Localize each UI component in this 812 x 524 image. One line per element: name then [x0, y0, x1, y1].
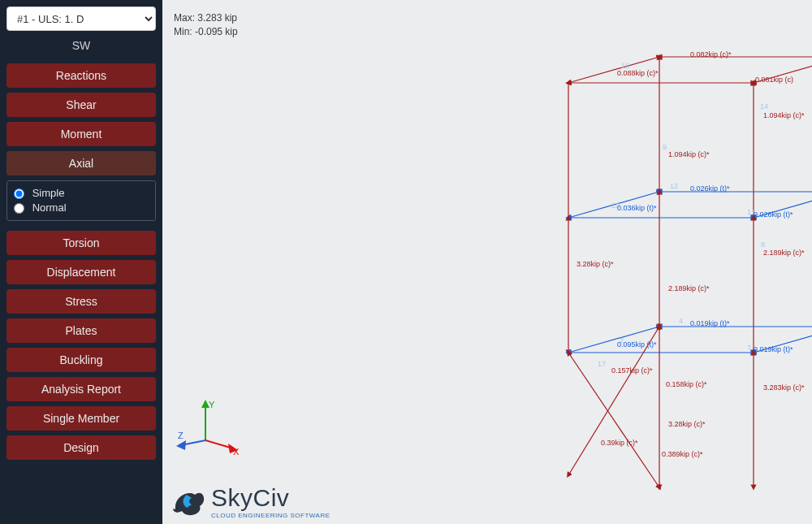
result-stats: Max: 3.283 kip Min: -0.095 kip: [174, 11, 238, 39]
force-label: 0.019kip (t)*: [690, 319, 730, 327]
structure-model: 16 14 12 9 12 10 11 13 8 4 2 7 5 4 17 21…: [374, 24, 804, 512]
force-label: 0.158kip (c)*: [666, 380, 707, 388]
force-label: 0.026kip (t)*: [690, 184, 730, 193]
buckling-button[interactable]: Buckling: [6, 348, 156, 372]
skyciv-logo: SkyCiv CLOUD ENGINEERING SOFTWARE: [171, 484, 330, 519]
force-label: 0.081kip (c): [755, 76, 793, 84]
svg-marker-32: [176, 440, 186, 450]
max-value: Max: 3.283 kip: [174, 11, 238, 25]
sw-label: SW: [6, 39, 156, 52]
force-label: 2.189kip (c)*: [668, 284, 710, 292]
load-case-dropdown[interactable]: #1 - ULS: 1. D: [6, 6, 156, 31]
radio-simple[interactable]: Simple: [14, 186, 149, 201]
svg-text:Y: Y: [209, 400, 215, 409]
logo-title: SkyCiv: [211, 484, 330, 512]
force-label: 2.189kip (c)*: [763, 249, 805, 257]
min-value: Min: -0.095 kip: [174, 25, 238, 39]
force-label: 0.082kip (c)*: [690, 50, 732, 58]
force-label: 0.036kip (t)*: [617, 204, 657, 212]
single-member-button[interactable]: Single Member: [6, 406, 156, 431]
viewport-3d[interactable]: Max: 3.283 kip Min: -0.095 kip: [162, 0, 812, 524]
force-label: 0.019kip (t)*: [754, 345, 793, 353]
radio-normal[interactable]: Normal: [14, 201, 149, 215]
logo-subtitle: CLOUD ENGINEERING SOFTWARE: [211, 512, 330, 519]
force-label: 3.283kip (c)*: [763, 383, 805, 392]
stress-button[interactable]: Stress: [6, 289, 156, 314]
radio-simple-input[interactable]: [14, 188, 24, 199]
force-label: 3.28kip (c)*: [668, 420, 706, 428]
svg-text:Z: Z: [178, 431, 184, 440]
design-button[interactable]: Design: [6, 435, 156, 460]
reactions-button[interactable]: Reactions: [6, 63, 156, 88]
force-label: 0.026kip (t)*: [754, 210, 793, 219]
force-label: 3.28kip (c)*: [577, 260, 614, 268]
force-label: 0.088kip (c)*: [617, 69, 659, 77]
moment-button[interactable]: Moment: [6, 122, 156, 146]
force-label: 1.094kip (c)*: [763, 111, 805, 119]
force-label: 0.157kip (c)*: [611, 366, 653, 375]
plates-button[interactable]: Plates: [6, 318, 156, 343]
radio-normal-input[interactable]: [14, 203, 24, 214]
sidebar: #1 - ULS: 1. D SW Reactions Shear Moment…: [0, 0, 162, 524]
force-label: 0.095kip (t)*: [617, 340, 657, 349]
axial-mode-radio-group: Simple Normal: [6, 180, 156, 221]
shear-button[interactable]: Shear: [6, 93, 156, 117]
svg-text:X: X: [233, 447, 240, 455]
torsion-button[interactable]: Torsion: [6, 231, 156, 255]
displacement-button[interactable]: Displacement: [6, 260, 156, 284]
axis-gizmo: Y X Z: [175, 398, 240, 455]
analysis-report-button[interactable]: Analysis Report: [6, 377, 156, 401]
force-label: 0.389kip (c)*: [662, 450, 703, 458]
axial-button[interactable]: Axial: [6, 151, 156, 175]
force-label: 1.094kip (c)*: [668, 150, 710, 158]
force-label: 0.39kip (c)*: [601, 439, 638, 447]
